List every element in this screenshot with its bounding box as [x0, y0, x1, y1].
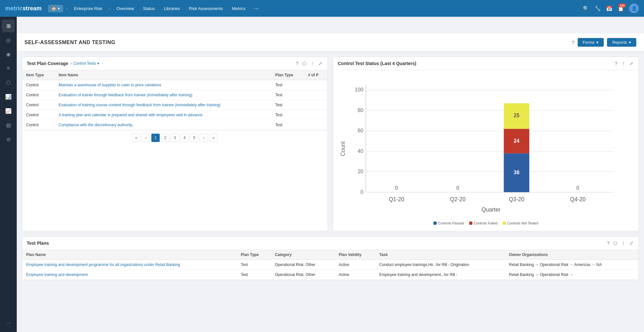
sidebar-chart-icon[interactable]: 📊: [2, 90, 15, 103]
table-row: Control Evaluation of trainer through fe…: [22, 90, 327, 100]
breadcrumb-label[interactable]: Control Tests: [73, 61, 96, 66]
nav-status[interactable]: Status: [140, 5, 158, 12]
sidebar-globe-icon[interactable]: ◎: [2, 33, 15, 46]
item-name-link[interactable]: Maintain a warehouse of supplies to cate…: [59, 83, 161, 87]
cell-item-type: Control: [22, 110, 55, 120]
cell-item-name[interactable]: Evaluation of trainer through feedback f…: [55, 90, 271, 100]
top-navigation: metricstream 🏠 ▾ › Enterprise Risk › Ove…: [0, 0, 644, 17]
page-2-btn[interactable]: 2: [161, 134, 169, 142]
cell-owner: Retail Banking → Operational Risk →: [505, 270, 639, 280]
sidebar-assessment-icon[interactable]: ⬡: [2, 76, 15, 89]
test-plans-help-btn[interactable]: ?: [606, 240, 610, 246]
nav-libraries[interactable]: Libraries: [161, 5, 183, 12]
nav-overview[interactable]: Overview: [113, 5, 137, 12]
reports-button[interactable]: Reports ▾: [607, 38, 636, 47]
page-first-btn[interactable]: «: [132, 134, 140, 142]
svg-text:Quarter: Quarter: [481, 206, 500, 213]
sidebar-list-icon[interactable]: ≡: [2, 62, 15, 75]
coverage-help-btn[interactable]: ?: [295, 60, 299, 67]
sidebar-data-icon[interactable]: ▤: [2, 119, 15, 131]
forms-button[interactable]: Forms ▾: [578, 38, 604, 47]
settings-icon[interactable]: 🔧: [594, 5, 601, 12]
page-last-btn[interactable]: »: [209, 134, 218, 142]
test-plans-export-btn[interactable]: ⬡: [613, 240, 618, 246]
table-row: Control A training plan and calendar is …: [22, 110, 327, 120]
sidebar-reports-icon[interactable]: 📈: [2, 104, 15, 117]
cell-task: Conduct employee trainings,Hir...for RB …: [375, 260, 505, 270]
svg-text:24: 24: [514, 138, 519, 144]
cell-item-type: Control: [22, 80, 55, 90]
cell-plan-type: Test: [271, 80, 304, 90]
coverage-more-btn[interactable]: ⋮: [309, 60, 315, 67]
coverage-export-btn[interactable]: ⬡: [302, 60, 307, 67]
left-sidebar: ⊞ ◎ ◉ ≡ ⬡ 📊 📈 ▤ ⊘ ···: [0, 17, 17, 332]
page-prev-btn[interactable]: ‹: [142, 134, 150, 142]
calendar-icon[interactable]: 📅: [606, 5, 612, 12]
col-plan-name: Plan Name: [22, 250, 237, 260]
legend-not-tested: Controls Not Tested: [503, 221, 538, 225]
cell-plan-name[interactable]: Employee training and development: [22, 270, 237, 280]
test-plans-widget: Test Plans ? ⬡ ⋮ ⤢ Plan Name Plan Type C…: [22, 236, 639, 280]
col-owner-org: Owner Organizations: [505, 250, 639, 260]
svg-text:40: 40: [358, 148, 364, 154]
notifications-icon[interactable]: 📋 186: [618, 5, 624, 12]
search-icon[interactable]: 🔍: [583, 5, 589, 12]
cell-plan-name[interactable]: Employee training and development progra…: [22, 260, 237, 270]
nav-enterprise-risk[interactable]: Enterprise Risk: [71, 5, 106, 12]
item-name-link[interactable]: Evaluation of trainer through feedback f…: [59, 93, 193, 97]
chart-more-btn[interactable]: ⋮: [620, 60, 626, 67]
test-plans-more-btn[interactable]: ⋮: [620, 240, 626, 246]
nav-more-button[interactable]: ···: [251, 5, 261, 12]
nav-risk-assessments[interactable]: Risk Assessments: [186, 5, 226, 12]
home-button[interactable]: 🏠 ▾: [48, 5, 63, 12]
cell-item-name[interactable]: Evaluation of training course content th…: [55, 100, 271, 110]
cell-item-name[interactable]: Compliance with the discretionary author…: [55, 120, 271, 130]
chart-widget-actions: ? ⋮ ⤢: [614, 60, 634, 67]
cell-item-name[interactable]: Maintain a warehouse of supplies to cate…: [55, 80, 271, 90]
coverage-breadcrumb[interactable]: › Control Tests ▾: [71, 61, 99, 66]
page-title: SELF-ASSESSMENT AND TESTING: [24, 40, 115, 45]
test-plans-expand-btn[interactable]: ⤢: [629, 240, 634, 246]
coverage-table: Item Type Item Name Plan Type # of P Con…: [22, 70, 327, 130]
main-content: SELF-ASSESSMENT AND TESTING ? Forms ▾ Re…: [17, 33, 644, 332]
svg-text:Q3-20: Q3-20: [509, 196, 525, 203]
cell-plan-type: Test: [237, 260, 271, 270]
page-next-btn[interactable]: ›: [200, 134, 208, 142]
breadcrumb-chevron: ›: [71, 61, 72, 66]
svg-text:0: 0: [576, 185, 579, 191]
coverage-widget-title: Test Plan Coverage: [27, 61, 68, 66]
sidebar-dashboard-icon[interactable]: ⊞: [2, 19, 15, 32]
sidebar-risk-icon[interactable]: ◉: [2, 48, 15, 61]
svg-text:100: 100: [355, 87, 364, 92]
page-5-btn[interactable]: 5: [190, 134, 198, 142]
chart-widget: Control Test Status (Last 4 Quarters) ? …: [333, 57, 639, 231]
sidebar-more-icon[interactable]: ···: [2, 317, 15, 329]
page-help-button[interactable]: ?: [572, 40, 574, 45]
coverage-table-scroll: Item Type Item Name Plan Type # of P Con…: [22, 70, 327, 130]
cell-item-type: Control: [22, 120, 55, 130]
breadcrumb-dropdown-icon[interactable]: ▾: [97, 61, 99, 66]
svg-text:Q2-20: Q2-20: [450, 196, 466, 203]
item-name-link[interactable]: A training plan and calendar is prepared…: [59, 113, 203, 117]
plan-name-link[interactable]: Employee training and development progra…: [26, 262, 180, 267]
nav-metrics[interactable]: Metrics: [229, 5, 249, 12]
user-avatar[interactable]: 👤: [629, 4, 639, 13]
chart-expand-btn[interactable]: ⤢: [629, 60, 634, 67]
chart-legend: Controls Passed Controls Failed Controls…: [338, 219, 634, 226]
coverage-expand-btn[interactable]: ⤢: [318, 60, 323, 67]
sidebar-help-icon[interactable]: ⊘: [2, 133, 15, 146]
item-name-link[interactable]: Compliance with the discretionary author…: [59, 123, 135, 127]
page-3-btn[interactable]: 3: [171, 134, 179, 142]
widget-header-coverage: Test Plan Coverage › Control Tests ▾ ? ⬡…: [22, 57, 327, 70]
chart-help-btn[interactable]: ?: [614, 60, 618, 67]
col-validity: Plan Validity: [335, 250, 375, 260]
chart-container: Count 0 20 40 60 80 100: [333, 70, 639, 231]
plan-name-link[interactable]: Employee training and development: [26, 272, 88, 277]
page-1-btn[interactable]: 1: [151, 134, 160, 142]
svg-text:20: 20: [358, 169, 364, 174]
cell-item-name[interactable]: A training plan and calendar is prepared…: [55, 110, 271, 120]
page-4-btn[interactable]: 4: [180, 134, 189, 142]
test-plan-coverage-widget: Test Plan Coverage › Control Tests ▾ ? ⬡…: [22, 57, 328, 231]
coverage-widget-actions: ? ⬡ ⋮ ⤢: [295, 60, 323, 67]
item-name-link[interactable]: Evaluation of training course content th…: [59, 103, 221, 107]
